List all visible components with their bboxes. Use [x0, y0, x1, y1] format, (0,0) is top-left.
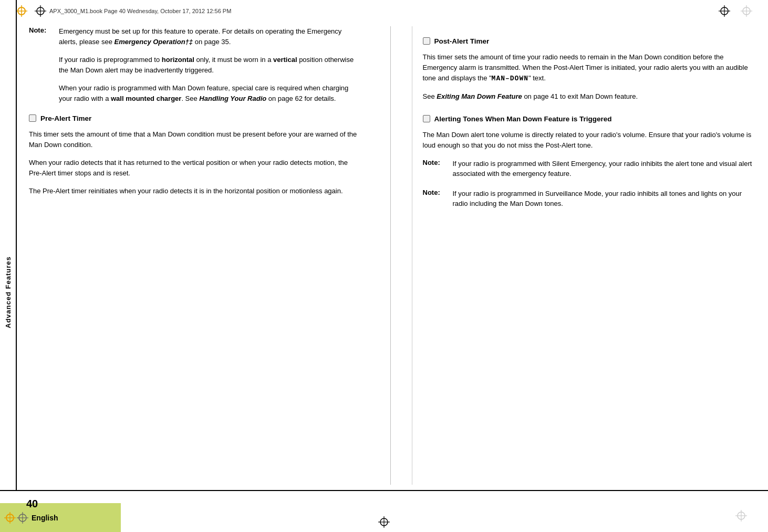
pre-alert-body1: This timer sets the amount of time that … — [29, 129, 359, 150]
english-tab-crosshair2-icon — [17, 512, 28, 524]
note-content: Emergency must be set up for this featur… — [59, 26, 359, 103]
top-right-crosshair2-icon — [741, 5, 752, 17]
right-column: Post-Alert Timer This timer sets the amo… — [412, 26, 753, 485]
note-label: Note: — [29, 26, 53, 103]
file-info: APX_3000_M1.book Page 40 Wednesday, Octo… — [49, 8, 231, 14]
english-label: English — [32, 514, 58, 522]
alerting-note2-label: Note: — [423, 189, 447, 209]
man-down-display: MAN–DOWN — [492, 75, 528, 82]
alerting-note1-text: If your radio is programmed with Silent … — [453, 159, 753, 179]
post-alert-header: Post-Alert Timer — [423, 37, 753, 47]
side-tab-label: Advanced Features — [4, 256, 12, 328]
alerting-note2-text: If your radio is programmed in Surveilla… — [453, 189, 753, 209]
pre-alert-header: Pre-Alert Timer — [29, 114, 359, 124]
post-alert-body1: This timer sets the amount of time your … — [423, 52, 753, 84]
side-tab: Advanced Features — [0, 105, 16, 479]
note-para-3: When your radio is programmed with Man D… — [59, 83, 359, 103]
pre-alert-body2: When your radio detects that it has retu… — [29, 158, 359, 179]
alerting-icon — [423, 115, 430, 122]
post-alert-body2: See Exiting Man Down Feature on page 41 … — [423, 91, 753, 102]
pre-alert-body3: The Pre-Alert timer reinitiates when you… — [29, 186, 359, 196]
pre-alert-title: Pre-Alert Timer — [40, 114, 91, 124]
pre-alert-icon — [29, 114, 36, 122]
alerting-title: Alerting Tones When Man Down Feature is … — [434, 114, 612, 124]
main-content: Note: Emergency must be set up for this … — [29, 26, 752, 485]
top-right-crosshair1-icon — [719, 5, 730, 17]
english-tab: English — [0, 503, 121, 532]
alerting-note-1: Note: If your radio is programmed with S… — [423, 159, 753, 179]
post-alert-title: Post-Alert Timer — [434, 37, 490, 47]
note-para-1: Emergency must be set up for this featur… — [59, 26, 359, 47]
top-left-crosshair2-icon — [35, 5, 46, 17]
left-border-line — [16, 0, 17, 532]
top-bar-left: APX_3000_M1.book Page 40 Wednesday, Octo… — [16, 5, 231, 17]
page-number: 40 — [26, 498, 38, 510]
note-para-2: If your radio is preprogrammed to horizo… — [59, 55, 359, 75]
alerting-note1-label: Note: — [423, 159, 447, 179]
top-bar: APX_3000_M1.book Page 40 Wednesday, Octo… — [16, 5, 752, 17]
note-block: Note: Emergency must be set up for this … — [29, 26, 359, 103]
column-divider — [390, 26, 391, 485]
left-column: Note: Emergency must be set up for this … — [29, 26, 369, 485]
alerting-header: Alerting Tones When Man Down Feature is … — [423, 114, 753, 124]
english-tab-crosshair-icon — [4, 512, 16, 524]
alerting-body1: The Man Down alert tone volume is direct… — [423, 130, 753, 151]
bottom-center-crosshair-icon — [378, 516, 390, 528]
bottom-bar: English 40 — [0, 490, 768, 532]
top-left-crosshair-icon — [16, 5, 27, 17]
top-bar-right — [719, 5, 752, 17]
bottom-right-crosshair-icon — [735, 510, 747, 521]
post-alert-icon — [423, 37, 430, 45]
page-container: APX_3000_M1.book Page 40 Wednesday, Octo… — [0, 0, 768, 532]
alerting-note-2: Note: If your radio is programmed in Sur… — [423, 189, 753, 209]
